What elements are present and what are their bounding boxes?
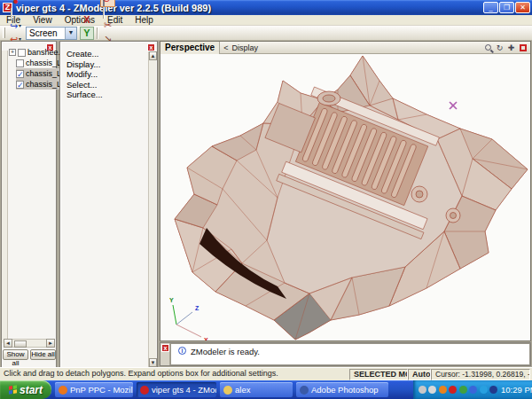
viewport-back-button[interactable]: < bbox=[220, 43, 231, 52]
taskbar-clock: 10:29 PM bbox=[501, 385, 532, 395]
detach-tool-icon: ✂ bbox=[104, 20, 112, 30]
detach-tool-icon[interactable]: ✂ bbox=[100, 19, 115, 32]
tray-icon-green[interactable] bbox=[459, 386, 467, 394]
status-mode: SELECTED MODE bbox=[349, 369, 408, 380]
svg-text:Y: Y bbox=[169, 297, 174, 303]
task-label: Adobe Photoshop bbox=[311, 385, 379, 395]
close-button[interactable]: ✕ bbox=[515, 2, 530, 13]
hide-all-button[interactable]: Hide all bbox=[30, 349, 56, 360]
record-icon[interactable]: ● bbox=[8, 0, 23, 8]
tree-item-chassis_l0[interactable]: ✓chassis_L0 bbox=[16, 79, 66, 90]
start-label: start bbox=[20, 384, 43, 396]
tray-icon-network[interactable] bbox=[480, 386, 488, 394]
command-item-modify[interactable]: Modify... bbox=[66, 69, 98, 79]
tree-item-chassis_l0[interactable]: ✓chassis_L0 bbox=[16, 68, 66, 79]
windows-taskbar: start PnP PPC - Mozilla Fire...viper gts… bbox=[0, 380, 532, 399]
log-panel: x i ZModeler is ready. bbox=[160, 342, 531, 366]
mode-null-icon[interactable] bbox=[100, 0, 115, 7]
axis-x-button[interactable]: X bbox=[80, 13, 94, 27]
visibility-checkbox[interactable] bbox=[18, 49, 26, 57]
svg-text:X: X bbox=[204, 337, 208, 340]
command-item-select[interactable]: Select... bbox=[66, 80, 97, 90]
commands-scrollbar[interactable]: ▲ ▼ bbox=[148, 51, 156, 367]
orbit-icon[interactable]: ↻ bbox=[494, 43, 505, 53]
log-messages: i ZModeler is ready. bbox=[170, 343, 530, 365]
tray-icon-volume[interactable] bbox=[428, 386, 436, 394]
log-message: ZModeler is ready. bbox=[191, 347, 260, 356]
scroll-left-icon[interactable]: ◄ bbox=[4, 339, 12, 348]
info-icon: i bbox=[178, 347, 186, 355]
axis-gizmo: Y Z X bbox=[169, 297, 208, 340]
status-cursor-coords: Cursor: -1.31998, 0.26819, -1.07661 bbox=[431, 369, 530, 380]
taskbar-task-photoshop[interactable]: Adobe Photoshop bbox=[296, 382, 388, 397]
commands-panel-close-icon[interactable]: x bbox=[147, 43, 155, 51]
selection-marker bbox=[450, 102, 457, 109]
windows-logo-icon bbox=[9, 385, 17, 394]
tree-horizontal-scrollbar[interactable]: ◄ ► bbox=[4, 339, 55, 348]
application-window: Z viper gts 4 - ZModeler ver 2.2.5 (Buil… bbox=[0, 0, 532, 399]
tree-vertical-scrollbar[interactable] bbox=[2, 51, 8, 343]
tray-icon-display[interactable] bbox=[489, 386, 497, 394]
maximize-button[interactable]: ❐ bbox=[499, 2, 514, 13]
folder-icon bbox=[223, 386, 232, 395]
task-label: viper gts 4 - ZModele... bbox=[152, 385, 216, 395]
command-item-surface[interactable]: Surface... bbox=[66, 90, 103, 99]
command-item-display[interactable]: Display... bbox=[66, 59, 100, 69]
scroll-down-icon[interactable]: ▼ bbox=[149, 358, 157, 367]
photoshop-icon bbox=[300, 386, 309, 395]
task-label: alex bbox=[235, 385, 250, 395]
hide-icons-chevron[interactable] bbox=[419, 386, 426, 394]
tray-icon-orange[interactable] bbox=[439, 386, 447, 394]
record-icon: ● bbox=[12, 0, 19, 6]
maximize-viewport-icon[interactable] bbox=[517, 43, 528, 53]
firefox-icon bbox=[59, 386, 67, 395]
minimize-button[interactable]: _ bbox=[483, 2, 498, 13]
taskbar-task-firefox[interactable]: PnP PPC - Mozilla Fire... bbox=[55, 382, 133, 397]
svg-text:Z: Z bbox=[195, 305, 200, 311]
status-bar: Click and drag to detach polygons. Expan… bbox=[0, 367, 532, 380]
scene-tree-panel: x +banshee.wftchassis_L0✓chassis_L0✓chas… bbox=[1, 41, 57, 368]
viewport-header: Perspective < Display ↻ ✚ bbox=[160, 42, 530, 54]
log-panel-strip: x bbox=[160, 343, 170, 365]
tray-icon-blue[interactable] bbox=[469, 386, 477, 394]
log-panel-close-icon[interactable]: x bbox=[161, 344, 169, 352]
tree-item-chassis_l0[interactable]: chassis_L0 bbox=[16, 58, 66, 68]
taskbar-task-folder[interactable]: alex bbox=[220, 382, 293, 397]
zoom-icon[interactable] bbox=[482, 43, 494, 53]
taskbar-task-zmodeler[interactable]: viper gts 4 - ZModele... bbox=[137, 382, 216, 397]
commands-panel: x Create...Display...Modify...Select...S… bbox=[59, 41, 158, 368]
show-all-button[interactable]: Show all bbox=[3, 349, 28, 360]
start-button[interactable]: start bbox=[0, 380, 51, 399]
toolbar: ▢▱▣✕●↪↩↶▦↷❖▲ Screen ▼ XYZ ↖✂↘✕↻♙♘♟▶ bbox=[0, 26, 532, 41]
screen-combobox[interactable]: Screen ▼ bbox=[26, 27, 77, 40]
import-icon: ↪ bbox=[10, 21, 18, 31]
scroll-up-icon[interactable]: ▲ bbox=[149, 51, 157, 60]
viewport-3d[interactable]: Perspective < Display ↻ ✚ bbox=[160, 41, 531, 341]
viewport-display-menu[interactable]: Display bbox=[231, 43, 258, 52]
menu-item-view[interactable]: View bbox=[27, 15, 59, 25]
visibility-checkbox[interactable] bbox=[16, 59, 24, 67]
tray-icon-red[interactable] bbox=[449, 386, 457, 394]
chevron-down-icon[interactable]: ▼ bbox=[65, 27, 76, 39]
import-icon[interactable]: ↪ bbox=[8, 20, 23, 33]
scroll-right-icon[interactable]: ► bbox=[46, 339, 55, 348]
status-hint: Click and drag to detach polygons. Expan… bbox=[0, 369, 349, 380]
screen-combobox-value: Screen bbox=[29, 28, 58, 38]
axis-y-button[interactable]: Y bbox=[80, 27, 94, 40]
expand-icon[interactable]: + bbox=[9, 49, 16, 56]
visibility-checkbox[interactable]: ✓ bbox=[16, 70, 24, 78]
command-item-create[interactable]: Create... bbox=[66, 49, 98, 59]
viewport-mode-tab[interactable]: Perspective bbox=[160, 42, 220, 54]
model-canvas[interactable]: Y Z X bbox=[160, 54, 530, 340]
zmodeler-icon bbox=[140, 386, 149, 395]
toolbar-grip[interactable] bbox=[3, 27, 5, 38]
system-tray: 10:29 PM bbox=[413, 380, 532, 399]
visibility-checkbox[interactable]: ✓ bbox=[16, 81, 24, 89]
menu-item-help[interactable]: Help bbox=[129, 15, 160, 25]
task-label: PnP PPC - Mozilla Fire... bbox=[70, 385, 133, 395]
status-auto[interactable]: Auto bbox=[408, 369, 431, 380]
pan-icon[interactable]: ✚ bbox=[505, 43, 517, 53]
